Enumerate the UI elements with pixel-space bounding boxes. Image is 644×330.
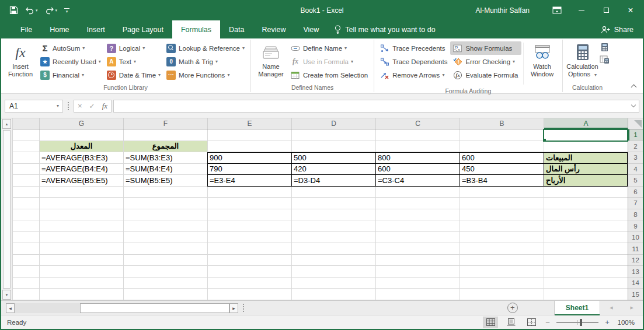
collapse-ribbon-button[interactable] xyxy=(631,85,637,90)
cell-B13[interactable] xyxy=(459,266,544,278)
cell-A7[interactable] xyxy=(544,198,628,209)
row-header-5[interactable]: 5 xyxy=(628,175,643,187)
close-button[interactable]: × xyxy=(618,0,643,20)
column-header-partial[interactable] xyxy=(13,118,39,129)
cell-E9[interactable] xyxy=(207,220,291,232)
cell-D15[interactable] xyxy=(291,289,375,300)
cell-C13[interactable] xyxy=(375,266,459,278)
column-header-g[interactable]: G xyxy=(39,118,123,129)
cell-C6[interactable] xyxy=(375,187,459,198)
sheet-tab-sheet1[interactable]: Sheet1 xyxy=(554,301,600,315)
formula-bar-splitter[interactable] xyxy=(68,102,69,110)
cancel-icon[interactable]: × xyxy=(78,101,82,110)
view-page-layout-button[interactable] xyxy=(503,317,518,328)
cell-F12[interactable] xyxy=(123,255,207,266)
row-header-4[interactable]: 4 xyxy=(628,164,643,175)
cell-F4[interactable]: =SUM(B4:E4) xyxy=(123,164,207,175)
cell-B14[interactable] xyxy=(459,278,544,289)
cell-G10[interactable] xyxy=(39,232,123,244)
fill-handle[interactable] xyxy=(544,138,546,141)
cell-G4[interactable]: =AVERAGE(B4:E4) xyxy=(39,164,123,175)
cell-B5[interactable]: =B3-B4 xyxy=(459,175,544,187)
cell-C12[interactable] xyxy=(375,255,459,266)
cell-D2[interactable] xyxy=(291,141,375,153)
remove-arrows-button[interactable]: Remove Arrows▾ xyxy=(377,68,450,82)
cell-D6[interactable] xyxy=(291,187,375,198)
date-time-button[interactable]: Date & Time▾ xyxy=(104,68,163,82)
row-header-1[interactable]: 1 xyxy=(628,129,643,141)
cell-C8[interactable] xyxy=(375,209,459,221)
lookup-reference-button[interactable]: Lookup & Reference▾ xyxy=(163,41,248,55)
cell-G5[interactable]: =AVERAGE(B5:E5) xyxy=(39,175,123,187)
cell-B12[interactable] xyxy=(459,255,544,266)
view-normal-button[interactable] xyxy=(483,317,498,328)
calculate-sheet-button[interactable] xyxy=(600,55,610,64)
zoom-level[interactable]: 100% xyxy=(616,319,635,326)
financial-button[interactable]: Financial▾ xyxy=(37,68,104,82)
maximize-button[interactable] xyxy=(594,0,618,20)
more-functions-button[interactable]: More Functions▾ xyxy=(163,68,248,82)
scroll-down-button[interactable]: ▼ xyxy=(2,290,11,300)
horizontal-scroll-track[interactable] xyxy=(15,303,80,313)
ribbon-display-options-button[interactable] xyxy=(545,0,569,20)
cell-F1[interactable] xyxy=(123,129,207,141)
cell-C9[interactable] xyxy=(375,220,459,232)
tab-page-layout[interactable]: Page Layout xyxy=(114,20,172,38)
row-header-2[interactable]: 2 xyxy=(628,141,643,153)
cell-G11[interactable] xyxy=(39,243,123,255)
cell-D11[interactable] xyxy=(291,243,375,255)
cell-partial-5[interactable] xyxy=(13,175,39,187)
error-checking-button[interactable]: !Error Checking▾ xyxy=(450,55,521,68)
select-all-corner[interactable] xyxy=(628,118,643,129)
recently-used-button[interactable]: Recently Used▾ xyxy=(37,55,104,68)
cell-B11[interactable] xyxy=(459,243,544,255)
cell-F2[interactable]: المجموع xyxy=(123,141,207,153)
cell-C2[interactable] xyxy=(375,141,459,153)
cell-F8[interactable] xyxy=(123,209,207,221)
cell-E2[interactable] xyxy=(207,141,291,153)
autosum-button[interactable]: AutoSum▾ xyxy=(37,41,104,55)
row-header-9[interactable]: 9 xyxy=(628,220,643,232)
column-header-b[interactable]: B xyxy=(459,118,544,129)
cell-C3[interactable]: 800 xyxy=(375,152,459,164)
column-header-e[interactable]: E xyxy=(207,118,291,129)
cell-B10[interactable] xyxy=(459,232,544,244)
cell-partial-1[interactable] xyxy=(13,129,39,141)
cell-partial-13[interactable] xyxy=(13,266,39,278)
cell-D4[interactable]: 420 xyxy=(291,164,375,175)
text-button[interactable]: Text▾ xyxy=(104,55,163,68)
cell-C1[interactable] xyxy=(375,129,459,141)
tell-me-box[interactable]: Tell me what you want to do xyxy=(335,20,435,38)
cell-E12[interactable] xyxy=(207,255,291,266)
tab-data[interactable]: Data xyxy=(220,20,253,38)
cell-E8[interactable] xyxy=(207,209,291,221)
row-header-10[interactable]: 10 xyxy=(628,232,643,244)
row-header-12[interactable]: 12 xyxy=(628,255,643,266)
cell-A11[interactable] xyxy=(544,243,628,255)
logical-button[interactable]: Logical▾ xyxy=(104,41,163,55)
cell-G1[interactable] xyxy=(39,129,123,141)
zoom-slider-thumb[interactable] xyxy=(580,319,582,326)
name-manager-button[interactable]: NameManager xyxy=(254,40,288,78)
watch-window-button[interactable]: WatchWindow xyxy=(525,40,559,78)
cell-D13[interactable] xyxy=(291,266,375,278)
undo-caret[interactable]: ▾ xyxy=(36,8,38,13)
expand-formula-bar-button[interactable] xyxy=(628,105,639,107)
cell-E5[interactable]: =E3-E4 xyxy=(207,175,291,187)
cell-F10[interactable] xyxy=(123,232,207,244)
cell-E6[interactable] xyxy=(207,187,291,198)
cell-A9[interactable] xyxy=(544,220,628,232)
cell-G8[interactable] xyxy=(39,209,123,221)
cell-G13[interactable] xyxy=(39,266,123,278)
undo-button[interactable]: ▾ xyxy=(25,6,38,15)
cell-B7[interactable] xyxy=(459,198,544,209)
name-box-caret[interactable]: ▾ xyxy=(53,103,62,108)
prev-sheet-icon[interactable]: ◀ xyxy=(610,306,612,310)
vertical-scrollbar[interactable]: ▲ ▼ xyxy=(1,118,13,300)
cell-A3[interactable]: المبيعات xyxy=(544,152,628,164)
cell-E13[interactable] xyxy=(207,266,291,278)
cell-A1[interactable] xyxy=(544,129,628,141)
cell-B4[interactable]: 450 xyxy=(459,164,544,175)
cell-B8[interactable] xyxy=(459,209,544,221)
column-header-c[interactable]: C xyxy=(375,118,459,129)
